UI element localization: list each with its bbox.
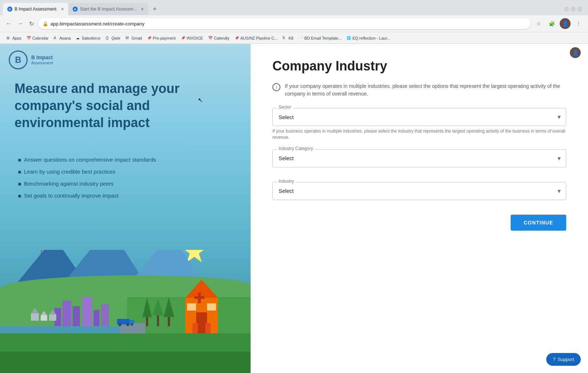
sector-field-wrapper[interactable]: Sector Select ▾ — [272, 108, 566, 126]
bullet-list: Answer questions on comprehensive impact… — [18, 157, 156, 204]
bia-logo-circle: B — [9, 50, 28, 69]
bookmark-calendar-label: Calendar — [32, 36, 49, 40]
industry-category-field-wrapper[interactable]: Industry Category Select ▾ — [272, 149, 566, 167]
sector-helper-text: If your business operates in multiple in… — [272, 128, 566, 141]
user-avatar[interactable]: 👤 — [560, 18, 571, 29]
tab2-close[interactable]: × — [141, 6, 144, 12]
k8-icon: K — [283, 36, 287, 40]
user-avatar-right[interactable]: 👤 — [570, 47, 581, 58]
tab1-favicon: B — [7, 7, 12, 12]
close-window-button[interactable] — [577, 7, 582, 12]
svg-marker-1 — [31, 308, 39, 313]
eq-icon: 🌐 — [346, 36, 351, 40]
extensions-icon[interactable]: 🧩 — [547, 19, 557, 29]
bookmark-prepayment[interactable]: 📌 Pre-payment — [145, 35, 178, 41]
bookmark-apps-label: Apps — [12, 36, 21, 40]
url-text: app.bimpactassessment.net/create-company — [50, 21, 526, 27]
industry-field-wrapper[interactable]: Industry Select ▾ — [272, 182, 566, 200]
tab1-close[interactable]: × — [61, 6, 64, 12]
gmail-icon: M — [126, 36, 130, 40]
minimize-button[interactable] — [564, 7, 569, 12]
bookmark-salesforce[interactable]: ☁ Salesforce — [74, 35, 103, 41]
tab2-favicon: B — [73, 7, 78, 12]
forward-button[interactable]: → — [16, 19, 25, 28]
continue-button[interactable]: CONTINUE — [511, 215, 566, 231]
bookmark-calendly[interactable]: 📅 Calendly — [206, 35, 232, 41]
toolbar-icons: ☆ 🧩 👤 ⋮ — [534, 18, 584, 29]
bullet-text-4: Set goals to continually improve impact — [24, 192, 118, 199]
omnibar: ← → ↻ 🔒 app.bimpactassessment.net/create… — [0, 15, 588, 32]
industry-category-select[interactable]: Select — [279, 153, 560, 164]
asana-icon: A — [54, 36, 58, 40]
trees-svg — [142, 297, 178, 326]
bookmark-invoice-label: INVOICE — [187, 36, 203, 40]
ground-base — [0, 352, 251, 373]
svg-rect-0 — [31, 313, 39, 321]
invoice-icon: 📌 — [181, 36, 185, 40]
sector-form-group: Sector Select ▾ If your business operate… — [272, 108, 566, 141]
bookmarks-bar: ⊞ Apps 📅 Calendar A Asana ☁ Salesforce Q… — [0, 32, 588, 44]
tab1-label: B Impact Assessment — [15, 7, 59, 12]
bookmark-asana-label: Asana — [60, 36, 71, 40]
bullet-text-3: Benchmarking against industry peers — [24, 181, 114, 187]
bookmark-qwiir[interactable]: Q Qwiir — [104, 35, 123, 41]
tab-1[interactable]: B B Impact Assessment × — [3, 3, 68, 15]
sector-label: Sector — [277, 105, 293, 110]
new-tab-button[interactable]: + — [150, 4, 160, 14]
bookmark-invoice[interactable]: 📌 INVOICE — [179, 35, 205, 41]
support-button[interactable]: ? Support — [546, 353, 581, 366]
info-text: If your company operates in multiple ind… — [285, 82, 566, 98]
menu-icon[interactable]: ⋮ — [573, 19, 584, 29]
back-button[interactable]: ← — [4, 19, 13, 28]
building-5 — [94, 310, 100, 326]
bullet-item-2: Learn by using credible best practices — [18, 169, 156, 175]
svg-rect-2 — [41, 315, 47, 321]
logo-letter: B — [15, 55, 21, 65]
right-panel: 👤 Company Industry i If your company ope… — [251, 44, 588, 373]
flag-svg — [40, 250, 47, 254]
bookmark-eq[interactable]: 🌐 EQ reflection - Laur... — [344, 35, 392, 41]
church-svg — [178, 276, 225, 334]
bookmark-ausnz-label: AUS/NZ Pipeline C... — [240, 36, 278, 40]
salesforce-icon: ☁ — [76, 36, 80, 40]
building-2 — [62, 301, 71, 326]
bookmark-ausnz[interactable]: 📌 AUS/NZ Pipeline C... — [232, 35, 280, 41]
address-bar[interactable]: 🔒 app.bimpactassessment.net/create-compa… — [38, 18, 531, 29]
maximize-button[interactable] — [571, 7, 576, 12]
bullet-text-1: Answer questions on comprehensive impact… — [24, 157, 156, 163]
building-3 — [73, 306, 80, 326]
bullet-item-3: Benchmarking against industry peers — [18, 181, 156, 187]
left-panel: B B Impact Assessment Measure and manage… — [0, 44, 251, 373]
truck-svg — [116, 317, 134, 326]
logo-line1: B Impact — [31, 54, 53, 61]
qwiir-icon: Q — [106, 36, 110, 40]
reload-button[interactable]: ↻ — [28, 19, 35, 29]
star-icon[interactable]: ☆ — [534, 19, 544, 29]
svg-rect-14 — [205, 323, 211, 334]
svg-point-26 — [126, 323, 129, 326]
bookmark-bd-email[interactable]: 📄 BD Email Template... — [296, 35, 344, 41]
svg-rect-21 — [41, 250, 42, 254]
bookmark-prepayment-label: Pre-payment — [153, 36, 176, 40]
tab-2[interactable]: B Start the B Impact Assessment |... × — [68, 3, 148, 15]
bullet-dot-3 — [18, 183, 21, 186]
svg-marker-20 — [163, 297, 174, 317]
bookmark-eq-label: EQ reflection - Laur... — [352, 36, 390, 40]
building-6 — [101, 304, 109, 326]
bookmark-apps[interactable]: ⊞ Apps — [4, 35, 24, 41]
bookmark-bd-email-label: BD Email Template... — [304, 36, 342, 40]
sector-select[interactable]: Select — [279, 111, 560, 123]
bookmark-calendar[interactable]: 📅 Calendar — [24, 35, 51, 41]
industry-form-group: Industry Select ▾ — [272, 182, 566, 200]
info-icon: i — [272, 83, 280, 91]
tab2-label: Start the B Impact Assessment |... — [80, 7, 139, 12]
svg-marker-5 — [49, 309, 56, 315]
user-account-icon[interactable]: 👤 — [570, 47, 581, 58]
svg-rect-13 — [192, 323, 198, 334]
bookmark-k8[interactable]: K K8 — [280, 35, 295, 41]
bookmark-calendly-label: Calendly — [214, 36, 230, 40]
industry-select[interactable]: Select — [279, 185, 560, 197]
bookmark-gmail[interactable]: M Gmail — [123, 35, 144, 41]
svg-marker-7 — [185, 280, 218, 298]
bookmark-asana[interactable]: A Asana — [52, 35, 73, 41]
